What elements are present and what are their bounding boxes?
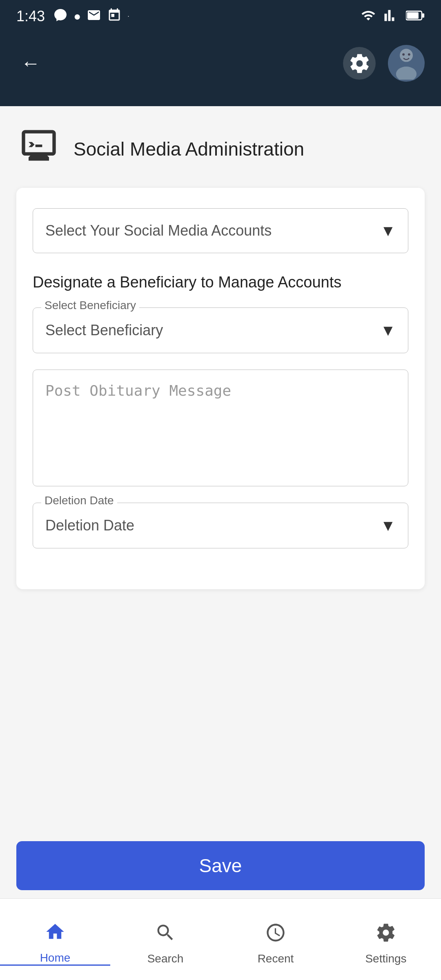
deletion-date-dropdown-text: Deletion Date <box>45 517 134 534</box>
calendar-icon <box>107 8 122 25</box>
status-bar-left: 1:43 ● · <box>16 8 129 25</box>
deletion-date-field: Deletion Date Deletion Date ▼ <box>33 503 408 548</box>
svg-point-5 <box>402 53 405 56</box>
social-media-icon <box>18 125 59 174</box>
settings-wheel-button[interactable] <box>343 47 376 80</box>
nav-item-home[interactable]: Home <box>0 913 110 966</box>
status-bar-right <box>360 8 425 24</box>
save-button[interactable]: Save <box>16 841 425 890</box>
save-button-label: Save <box>199 855 242 877</box>
back-arrow-icon: ← <box>21 53 40 73</box>
page-title: Social Media Administration <box>74 138 304 160</box>
search-icon <box>155 922 176 948</box>
status-time: 1:43 <box>16 8 45 25</box>
social-media-dropdown-arrow: ▼ <box>380 222 396 240</box>
messenger-icon <box>53 8 68 25</box>
form-card: Select Your Social Media Accounts ▼ Desi… <box>16 188 425 589</box>
deletion-date-dropdown-arrow: ▼ <box>380 517 396 535</box>
deletion-date-dropdown[interactable]: Deletion Date ▼ <box>33 503 408 548</box>
svg-point-6 <box>408 53 410 56</box>
obituary-field <box>33 370 408 486</box>
gmail-icon <box>87 8 101 25</box>
back-button[interactable]: ← <box>16 49 45 78</box>
nav-item-search[interactable]: Search <box>110 914 220 965</box>
beneficiary-dropdown-text: Select Beneficiary <box>45 322 163 339</box>
deletion-date-label: Deletion Date <box>41 494 117 507</box>
settings-icon <box>375 922 396 948</box>
bottom-nav: Home Search Recent Settings <box>0 898 441 980</box>
home-icon <box>45 921 66 947</box>
social-media-dropdown-text: Select Your Social Media Accounts <box>45 222 272 239</box>
dot-icon: · <box>127 13 129 20</box>
recent-icon <box>265 922 286 948</box>
nav-label-search: Search <box>147 952 184 965</box>
top-header: ← <box>0 33 441 106</box>
avatar[interactable] <box>388 45 425 82</box>
circle-dot-icon: ● <box>74 9 81 23</box>
beneficiary-dropdown-arrow: ▼ <box>380 322 396 339</box>
title-icon-box <box>16 127 61 172</box>
obituary-textarea[interactable] <box>33 370 408 484</box>
nav-label-home: Home <box>40 951 71 964</box>
avatar-image <box>390 47 423 80</box>
wifi-icon <box>360 8 376 24</box>
section-heading: Designate a Beneficiary to Manage Accoun… <box>33 274 408 291</box>
header-right <box>343 45 425 82</box>
signal-icon <box>384 8 399 24</box>
settings-wheel-icon <box>348 52 371 75</box>
svg-point-4 <box>396 67 416 80</box>
nav-label-settings: Settings <box>365 952 406 965</box>
battery-icon <box>406 8 425 24</box>
svg-rect-2 <box>422 13 424 18</box>
svg-rect-1 <box>407 12 419 19</box>
nav-item-recent[interactable]: Recent <box>220 914 331 965</box>
status-bar: 1:43 ● · <box>0 0 441 33</box>
nav-item-settings[interactable]: Settings <box>331 914 441 965</box>
beneficiary-field: Select Beneficiary Select Beneficiary ▼ <box>33 307 408 353</box>
page-title-area: Social Media Administration <box>0 106 441 184</box>
social-media-dropdown[interactable]: Select Your Social Media Accounts ▼ <box>33 208 408 253</box>
beneficiary-label: Select Beneficiary <box>41 299 139 312</box>
status-icons: ● · <box>53 8 129 25</box>
beneficiary-dropdown[interactable]: Select Beneficiary ▼ <box>33 308 408 353</box>
nav-label-recent: Recent <box>258 952 294 965</box>
